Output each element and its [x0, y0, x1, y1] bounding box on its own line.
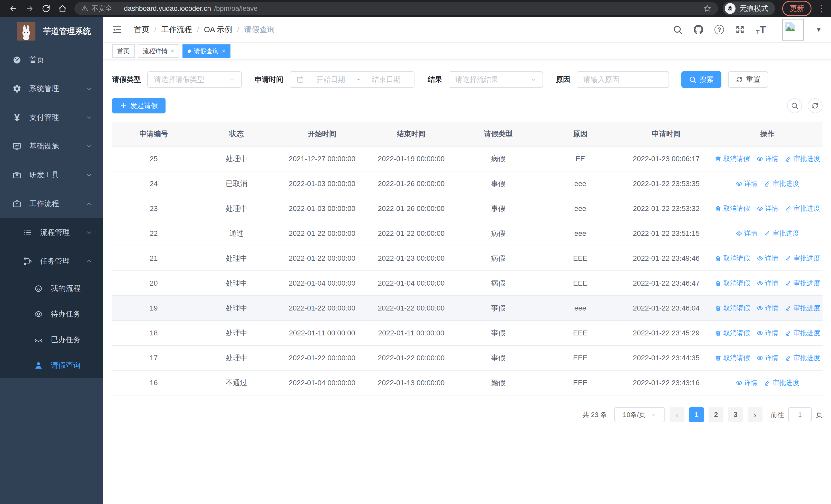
approval-progress-link[interactable]: 审批进度	[785, 279, 820, 288]
reset-button[interactable]: 重置	[728, 71, 768, 88]
approval-progress-link[interactable]: 审批进度	[764, 378, 799, 387]
cell-operations: 详情 审批进度	[712, 221, 823, 246]
approval-progress-link[interactable]: 审批进度	[785, 154, 820, 163]
cell-end-time: 2022-01-22 00:00:00	[367, 296, 456, 321]
cell-start-time: 2021-12-27 00:00:00	[278, 146, 367, 171]
caret-down-icon[interactable]: ▼	[815, 26, 822, 33]
close-icon[interactable]: ×	[171, 48, 174, 55]
result-select[interactable]: 请选择流结果	[449, 71, 543, 88]
sidebar-item-done-tasks[interactable]: 已办任务	[0, 327, 103, 353]
detail-link[interactable]: 详情	[756, 154, 778, 163]
app-logo[interactable]: 芋道管理系统	[0, 17, 103, 46]
page-button-3[interactable]: 3	[728, 407, 743, 422]
tag-process-detail[interactable]: 流程详情 ×	[138, 45, 179, 58]
sidebar-toggle-icon[interactable]	[112, 25, 122, 35]
sidebar-item-task-mgmt[interactable]: 任务管理	[0, 247, 103, 276]
approval-progress-link[interactable]: 审批进度	[785, 254, 820, 263]
sidebar-item-workflow[interactable]: 工作流程	[0, 189, 103, 218]
table-row: 16 不通过 2022-01-04 00:00:00 2022-01-13 00…	[112, 370, 823, 395]
breadcrumb-home[interactable]: 首页	[134, 24, 149, 35]
page-size-select[interactable]: 10条/页	[614, 407, 665, 422]
apply-time-range-picker[interactable]: 开始日期 - 结束日期	[290, 71, 414, 88]
col-apply-id: 申请编号	[112, 122, 195, 146]
search-icon[interactable]	[673, 25, 682, 34]
end-date-placeholder[interactable]: 结束日期	[365, 75, 408, 84]
approval-progress-link[interactable]: 审批进度	[785, 353, 820, 362]
avatar[interactable]	[782, 19, 804, 40]
detail-link[interactable]: 详情	[756, 279, 778, 288]
eye-icon	[756, 330, 763, 336]
pen-icon	[764, 230, 771, 237]
refresh-button[interactable]	[808, 98, 823, 113]
search-button[interactable]: 搜索	[681, 71, 721, 88]
address-bar[interactable]: 不安全 dashboard.yudao.iocoder.cn/bpm/oa/le…	[75, 2, 718, 15]
next-page-button[interactable]: ›	[748, 407, 763, 422]
sidebar-item-todo-tasks[interactable]: 待办任务	[0, 301, 103, 327]
github-icon[interactable]	[694, 25, 703, 34]
goto-page-input[interactable]	[788, 407, 812, 422]
detail-link[interactable]: 详情	[756, 254, 778, 263]
font-size-icon[interactable]: TT	[756, 25, 766, 35]
detail-link[interactable]: 详情	[756, 304, 778, 313]
sidebar-item-home[interactable]: 首页	[0, 46, 103, 75]
pagination: 共 23 条 10条/页 ‹ 1 2 3 › 前往 页	[112, 407, 823, 422]
detail-link[interactable]: 详情	[756, 328, 778, 337]
sidebar-item-payment-mgmt[interactable]: ¥ 支付管理	[0, 103, 103, 132]
help-icon[interactable]: ?	[715, 25, 724, 34]
prev-page-button[interactable]: ‹	[669, 407, 684, 422]
briefcase-icon	[12, 199, 22, 208]
approval-progress-link[interactable]: 审批进度	[785, 304, 820, 313]
detail-link[interactable]: 详情	[736, 378, 757, 387]
start-date-placeholder[interactable]: 开始日期	[309, 75, 352, 84]
detail-link[interactable]: 详情	[736, 229, 757, 238]
sidebar-item-system-mgmt[interactable]: 系统管理	[0, 75, 103, 103]
browser-forward-icon[interactable]	[22, 2, 37, 14]
toggle-search-button[interactable]	[787, 98, 802, 113]
tag-leave-query[interactable]: 请假查询 ×	[182, 45, 230, 58]
approval-progress-link[interactable]: 审批进度	[764, 229, 799, 238]
browser-back-icon[interactable]	[6, 2, 21, 14]
cancel-leave-link[interactable]: 取消请假	[715, 204, 750, 213]
browser-reload-icon[interactable]	[38, 2, 53, 14]
trash-icon	[715, 355, 721, 361]
col-operations: 操作	[712, 122, 823, 146]
detail-link[interactable]: 详情	[736, 179, 757, 188]
cell-status: 处理中	[195, 146, 278, 171]
not-secure-warning-icon	[81, 5, 88, 12]
cell-start-time: 2022-01-04 00:00:00	[278, 370, 367, 395]
detail-link[interactable]: 详情	[756, 204, 778, 213]
sidebar-item-my-process[interactable]: 我的流程	[0, 276, 103, 301]
cancel-leave-link[interactable]: 取消请假	[715, 328, 750, 337]
monitor-icon	[12, 142, 22, 151]
sidebar-item-leave-query[interactable]: 请假查询	[0, 353, 103, 378]
browser-menu-icon[interactable]: ⋮	[816, 3, 825, 14]
sidebar-item-infrastructure[interactable]: 基础设施	[0, 132, 103, 161]
cancel-leave-link[interactable]: 取消请假	[715, 254, 750, 263]
cell-operations: 取消请假 详情 审批进度	[712, 321, 823, 346]
sidebar-item-dev-tools[interactable]: 研发工具	[0, 161, 103, 189]
page-button-1[interactable]: 1	[689, 407, 704, 422]
approval-progress-link[interactable]: 审批进度	[764, 179, 799, 188]
fullscreen-icon[interactable]	[735, 25, 745, 34]
browser-update-button[interactable]: 更新	[782, 1, 811, 16]
cell-operations: 取消请假 详情 审批进度	[712, 346, 823, 370]
cell-reason: EEE	[541, 246, 620, 271]
close-icon[interactable]: ×	[222, 48, 225, 55]
bookmark-star-icon[interactable]	[703, 4, 711, 12]
reason-input[interactable]	[577, 72, 668, 87]
approval-progress-link[interactable]: 审批进度	[785, 204, 820, 213]
cancel-leave-link[interactable]: 取消请假	[715, 353, 750, 362]
browser-home-icon[interactable]	[55, 2, 70, 14]
page-button-2[interactable]: 2	[709, 407, 723, 422]
sidebar-item-process-mgmt[interactable]: 流程管理	[0, 218, 103, 247]
cancel-leave-link[interactable]: 取消请假	[715, 279, 750, 288]
breadcrumb-workflow[interactable]: 工作流程	[161, 24, 192, 35]
detail-link[interactable]: 详情	[756, 353, 778, 362]
leave-type-select[interactable]: 请选择请假类型	[147, 71, 242, 88]
cancel-leave-link[interactable]: 取消请假	[715, 304, 750, 313]
tag-home[interactable]: 首页	[112, 45, 135, 58]
create-leave-button[interactable]: 发起请假	[112, 98, 166, 113]
approval-progress-link[interactable]: 审批进度	[785, 328, 820, 337]
breadcrumb-oa-example[interactable]: OA 示例	[204, 24, 232, 35]
cancel-leave-link[interactable]: 取消请假	[715, 154, 750, 163]
